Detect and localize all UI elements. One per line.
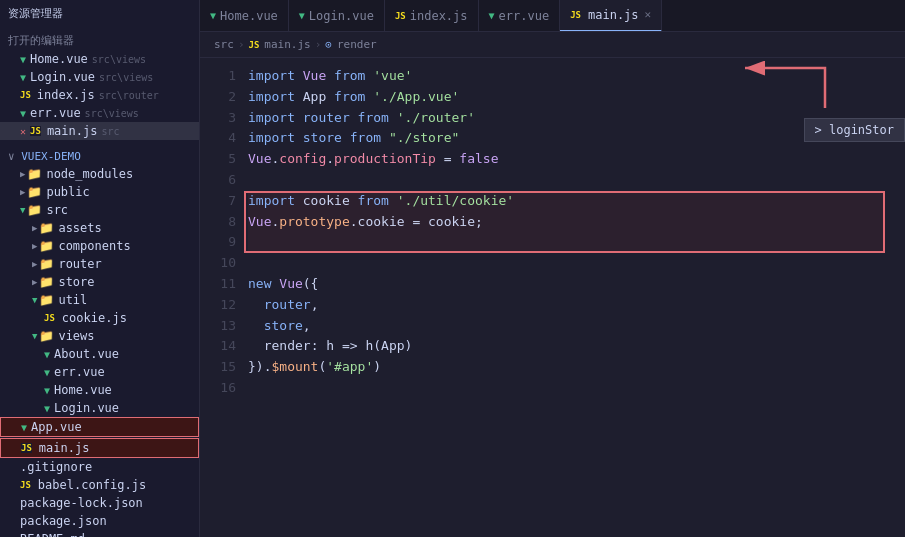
tree-readme[interactable]: README.md xyxy=(0,530,199,537)
sidebar: 资源管理器 打开的编辑器 ▼ Home.vue src\views ▼ Logi… xyxy=(0,0,200,537)
tab-index-js[interactable]: JS index.js xyxy=(385,0,479,32)
tree-public[interactable]: ▶ 📁 public xyxy=(0,183,199,201)
code-line-16 xyxy=(248,378,885,399)
code-line-2: import App from './App.vue' xyxy=(248,87,885,108)
folder-icon: 📁 xyxy=(39,221,54,235)
vue-icon: ▼ xyxy=(210,10,216,21)
js-icon: JS xyxy=(21,443,32,453)
tab-close-button[interactable]: ✕ xyxy=(645,8,652,21)
breadcrumb: src › JS main.js › ⊙ render xyxy=(200,32,905,58)
folder-icon: 📁 xyxy=(39,275,54,289)
vue-icon: ▼ xyxy=(44,403,50,414)
code-line-1: import Vue from 'vue' xyxy=(248,66,885,87)
tree-package-json[interactable]: package.json xyxy=(0,512,199,530)
tree-node-modules[interactable]: ▶ 📁 node_modules xyxy=(0,165,199,183)
code-line-11: new Vue({ xyxy=(248,274,885,295)
code-line-7: import cookie from './util/cookie' xyxy=(248,191,885,212)
tab-main-js[interactable]: JS main.js ✕ xyxy=(560,0,662,32)
tab-err-vue[interactable]: ▼ err.vue xyxy=(479,0,561,32)
vue-icon: ▼ xyxy=(489,10,495,21)
js-icon: JS xyxy=(44,313,55,323)
open-file-main-js[interactable]: ✕ JS main.js src xyxy=(0,122,199,140)
tab-home-vue[interactable]: ▼ Home.vue xyxy=(200,0,289,32)
tree-app-vue[interactable]: ▼ App.vue xyxy=(0,417,199,437)
tree-views[interactable]: ▼ 📁 views xyxy=(0,327,199,345)
folder-icon: 📁 xyxy=(39,239,54,253)
arrow-icon: ▶ xyxy=(20,187,25,197)
arrow-icon: ▶ xyxy=(32,223,37,233)
js-icon: JS xyxy=(30,126,41,136)
code-editor: 1 2 3 4 5 6 7 8 9 10 11 12 13 14 15 16 i… xyxy=(200,58,905,537)
sidebar-title-explorer[interactable]: 资源管理器 xyxy=(0,0,199,23)
code-line-3: import router from './router' xyxy=(248,108,885,129)
open-file-home-vue[interactable]: ▼ Home.vue src\views xyxy=(0,50,199,68)
code-line-13: store, xyxy=(248,316,885,337)
tree-store[interactable]: ▶ 📁 store xyxy=(0,273,199,291)
open-file-err-vue[interactable]: ▼ err.vue src\views xyxy=(0,104,199,122)
code-line-6 xyxy=(248,170,885,191)
code-line-14: render: h => h(App) xyxy=(248,336,885,357)
tree-components[interactable]: ▶ 📁 components xyxy=(0,237,199,255)
arrow-icon: ▶ xyxy=(20,169,25,179)
tree-home-vue[interactable]: ▼ Home.vue xyxy=(0,381,199,399)
js-icon: JS xyxy=(395,11,406,21)
tree-cookie-js[interactable]: JS cookie.js xyxy=(0,309,199,327)
vue-icon: ▼ xyxy=(44,385,50,396)
render-icon: ⊙ xyxy=(325,38,332,51)
tree-babel-config[interactable]: JS babel.config.js xyxy=(0,476,199,494)
js-icon: JS xyxy=(249,40,260,50)
folder-icon: 📁 xyxy=(39,329,54,343)
editor-area: ▼ Home.vue ▼ Login.vue JS index.js ▼ err… xyxy=(200,0,905,537)
tree-router[interactable]: ▶ 📁 router xyxy=(0,255,199,273)
vue-icon: ▼ xyxy=(299,10,305,21)
tree-err-vue[interactable]: ▼ err.vue xyxy=(0,363,199,381)
tree-util[interactable]: ▼ 📁 util xyxy=(0,291,199,309)
vue-icon: ▼ xyxy=(20,54,26,65)
folder-icon: 📁 xyxy=(27,203,42,217)
code-line-10 xyxy=(248,253,885,274)
folder-icon: 📁 xyxy=(39,293,54,307)
folder-icon: 📁 xyxy=(39,257,54,271)
tree-main-js[interactable]: JS main.js xyxy=(0,438,199,458)
js-icon: JS xyxy=(570,10,581,20)
arrow-icon: ▶ xyxy=(32,241,37,251)
sidebar-title-open-editors[interactable]: 打开的编辑器 xyxy=(0,27,199,50)
arrow-icon: ▶ xyxy=(32,259,37,269)
arrow-icon: ▼ xyxy=(20,205,25,215)
project-title[interactable]: ∨ VUEX-DEMO xyxy=(0,144,199,165)
code-line-4: import store from "./store" xyxy=(248,128,885,149)
arrow-icon: ▶ xyxy=(32,277,37,287)
tree-assets[interactable]: ▶ 📁 assets xyxy=(0,219,199,237)
open-file-index-js[interactable]: JS index.js src\router xyxy=(0,86,199,104)
vue-icon: ▼ xyxy=(20,108,26,119)
folder-icon: 📁 xyxy=(27,185,42,199)
js-icon: JS xyxy=(20,90,31,100)
code-line-12: router, xyxy=(248,295,885,316)
folder-icon: 📁 xyxy=(27,167,42,181)
close-icon[interactable]: ✕ xyxy=(20,126,26,137)
arrow-icon: ▼ xyxy=(32,295,37,305)
code-line-15: }).$mount('#app') xyxy=(248,357,885,378)
vue-icon: ▼ xyxy=(44,349,50,360)
js-icon: JS xyxy=(20,480,31,490)
line-numbers: 1 2 3 4 5 6 7 8 9 10 11 12 13 14 15 16 xyxy=(200,66,248,529)
open-file-login-vue[interactable]: ▼ Login.vue src\views xyxy=(0,68,199,86)
tree-package-lock[interactable]: package-lock.json xyxy=(0,494,199,512)
vue-icon: ▼ xyxy=(44,367,50,378)
vue-icon: ▼ xyxy=(20,72,26,83)
tree-login-vue[interactable]: ▼ Login.vue xyxy=(0,399,199,417)
tab-login-vue[interactable]: ▼ Login.vue xyxy=(289,0,385,32)
arrow-icon: ▼ xyxy=(32,331,37,341)
code-line-9 xyxy=(248,232,885,253)
right-hint-panel: > loginStor xyxy=(804,118,905,142)
editor-tabs: ▼ Home.vue ▼ Login.vue JS index.js ▼ err… xyxy=(200,0,905,32)
tree-gitignore[interactable]: .gitignore xyxy=(0,458,199,476)
code-line-8: Vue.prototype.cookie = cookie; xyxy=(248,212,885,233)
code-line-5: Vue.config.productionTip = false xyxy=(248,149,885,170)
vue-icon: ▼ xyxy=(21,422,27,433)
tree-src[interactable]: ▼ 📁 src xyxy=(0,201,199,219)
tree-about-vue[interactable]: ▼ About.vue xyxy=(0,345,199,363)
